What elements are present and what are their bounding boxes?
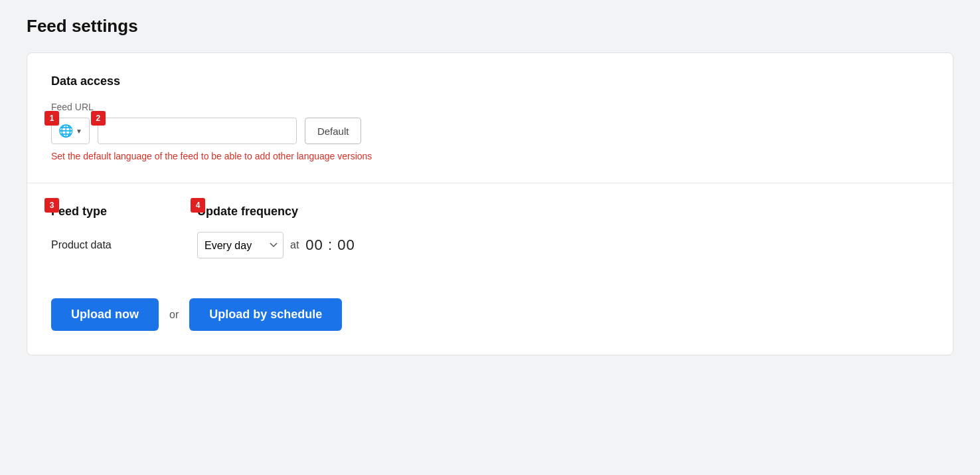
update-frequency-header-wrapper: 4 Update frequency — [197, 205, 298, 219]
update-frequency-header: Update frequency — [197, 205, 298, 219]
feed-settings-card: Data access Feed URL 1 🌐 ▼ 2 Default Set… — [27, 52, 953, 355]
time-minutes: 00 — [337, 237, 355, 253]
feed-url-error: Set the default language of the feed to … — [51, 151, 929, 161]
chevron-down-icon: ▼ — [76, 128, 82, 135]
upload-now-button[interactable]: Upload now — [51, 298, 159, 331]
upload-by-schedule-button[interactable]: Upload by schedule — [189, 298, 342, 331]
feed-type-section: 3 Feed type 4 Update frequency Product d… — [27, 183, 953, 280]
annotation-3: 3 — [44, 198, 59, 213]
feed-url-label: Feed URL — [51, 102, 929, 112]
time-display: 00 : 00 — [305, 237, 355, 254]
feed-url-row: 1 🌐 ▼ 2 Default — [51, 118, 929, 144]
page-title: Feed settings — [27, 16, 953, 37]
feed-url-input[interactable] — [98, 118, 297, 144]
annotation-4: 4 — [191, 198, 205, 213]
globe-selector-wrapper: 1 🌐 ▼ — [51, 118, 90, 144]
or-label: or — [169, 309, 179, 321]
time-hours: 00 — [305, 237, 323, 253]
frequency-row: Every day Every week Every month at 00 :… — [197, 232, 355, 258]
globe-icon: 🌐 — [58, 124, 73, 138]
default-button[interactable]: Default — [305, 118, 362, 144]
annotation-1: 1 — [44, 111, 59, 126]
annotation-2: 2 — [91, 111, 106, 126]
data-access-section: Data access Feed URL 1 🌐 ▼ 2 Default Set… — [27, 53, 953, 183]
data-row: Product data Every day Every week Every … — [51, 232, 929, 258]
at-label: at — [290, 239, 299, 251]
url-input-wrapper: 2 — [98, 118, 297, 144]
feed-type-value: Product data — [51, 239, 197, 251]
feed-type-header-wrapper: 3 Feed type — [51, 205, 197, 219]
feed-type-header: Feed type — [51, 205, 107, 219]
frequency-select[interactable]: Every day Every week Every month — [197, 232, 284, 258]
footer-section: Upload now or Upload by schedule — [27, 280, 953, 355]
time-separator: : — [328, 237, 337, 253]
two-col-header: 3 Feed type 4 Update frequency — [51, 205, 929, 219]
data-access-title: Data access — [51, 74, 929, 88]
